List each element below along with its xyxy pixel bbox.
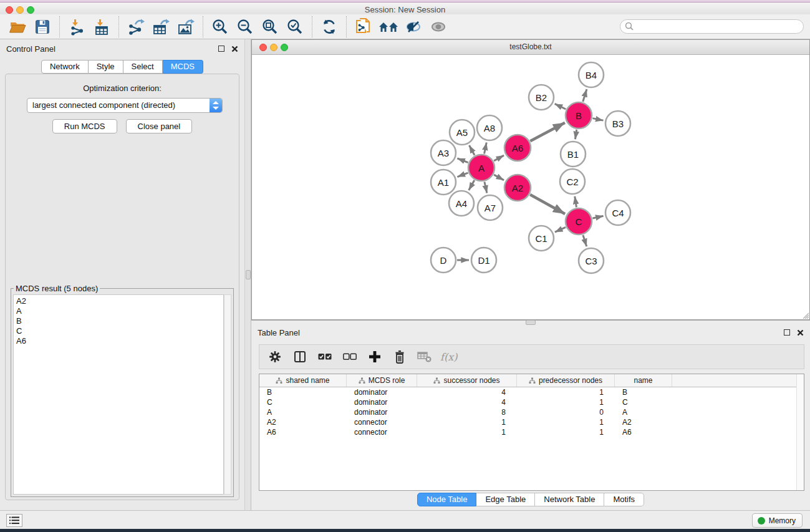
graph-edge-C-C4[interactable]	[592, 216, 603, 218]
graph-node-A3[interactable]: A3	[431, 140, 456, 165]
graph-edge-C-C3[interactable]	[583, 235, 587, 246]
split-view-icon[interactable]	[291, 347, 309, 367]
hide-graphics-details-icon[interactable]	[401, 16, 426, 38]
import-table-icon[interactable]	[89, 16, 114, 38]
float-panel-icon[interactable]	[784, 329, 790, 336]
graph-node-A7[interactable]: A7	[478, 195, 503, 220]
open-session-icon[interactable]	[5, 16, 30, 38]
graph-node-B[interactable]: B	[566, 102, 592, 128]
zoom-fit-icon[interactable]	[258, 16, 282, 38]
tab-mcds[interactable]: MCDS	[163, 60, 203, 74]
task-history-button[interactable]	[6, 514, 22, 527]
graph-edge-C-C2[interactable]	[575, 196, 577, 208]
graph-edge-A-A6[interactable]	[494, 155, 504, 161]
tab-network[interactable]: Network	[41, 60, 89, 74]
close-panel-button[interactable]: Close panel	[126, 119, 193, 133]
tab-node-table[interactable]: Node Table	[417, 493, 477, 506]
graph-node-B2[interactable]: B2	[529, 85, 554, 110]
graph-edge-A-A8[interactable]	[485, 143, 487, 154]
tab-style[interactable]: Style	[89, 60, 123, 74]
graph-edge-A-A5[interactable]	[469, 145, 475, 155]
column-header-shared-name[interactable]: shared name	[259, 374, 347, 387]
result-item[interactable]: A6	[16, 336, 223, 346]
table-row[interactable]: A2connector11A2	[259, 417, 804, 427]
result-item[interactable]: C	[16, 326, 223, 336]
graph-edge-A-A3[interactable]	[457, 158, 468, 163]
table-row[interactable]: A6connector11A6	[259, 427, 804, 437]
result-item[interactable]: B	[16, 316, 223, 326]
tab-network-table[interactable]: Network Table	[535, 493, 604, 506]
delete-table-icon[interactable]	[415, 347, 434, 367]
splitter-handle[interactable]	[526, 320, 536, 325]
column-header-MCDS-role[interactable]: MCDS role	[347, 374, 417, 387]
tab-motifs[interactable]: Motifs	[604, 493, 644, 506]
refresh-icon[interactable]	[317, 16, 342, 38]
graph-node-D1[interactable]: D1	[471, 248, 496, 273]
graph-node-B3[interactable]: B3	[605, 111, 630, 136]
table-row[interactable]: Cdominator41C	[259, 397, 804, 407]
graph-edge-A2-C[interactable]	[530, 195, 565, 214]
zoom-out-icon[interactable]	[233, 16, 258, 38]
graph-node-B4[interactable]: B4	[579, 62, 604, 87]
graph-edge-C-C1[interactable]	[555, 227, 566, 232]
add-column-icon[interactable]	[365, 347, 384, 367]
graph-node-B1[interactable]: B1	[561, 142, 586, 167]
graph-node-A5[interactable]: A5	[450, 120, 475, 145]
mcds-result-list[interactable]: A2ABCA6	[13, 294, 224, 495]
column-header-predecessor-nodes[interactable]: predecessor nodes	[517, 374, 615, 387]
graph-node-A6[interactable]: A6	[504, 135, 531, 161]
zoom-in-icon[interactable]	[208, 16, 233, 38]
export-network-icon[interactable]	[123, 16, 148, 38]
select-all-icon[interactable]	[316, 347, 334, 367]
tab-edge-table[interactable]: Edge Table	[476, 493, 535, 506]
table-row[interactable]: Adominator80A	[259, 407, 804, 417]
close-panel-icon[interactable]	[231, 46, 238, 52]
result-scrollbar[interactable]	[224, 294, 231, 495]
column-header-successor-nodes[interactable]: successor nodes	[417, 374, 517, 387]
export-table-icon[interactable]	[148, 16, 173, 38]
network-graph[interactable]: AA1A2A3A4A5A6A7A8BB1B2B3B4CC1C2C3C4DD1	[252, 55, 809, 319]
duplicate-network-icon[interactable]	[351, 16, 376, 38]
search-input[interactable]	[620, 19, 804, 34]
graph-edge-A-A4[interactable]	[469, 180, 475, 190]
memory-button[interactable]: Memory	[752, 513, 803, 528]
delete-column-icon[interactable]	[390, 347, 409, 367]
graph-node-D[interactable]: D	[431, 248, 456, 273]
table-scrollbar[interactable]	[796, 374, 804, 490]
network-overview-icon[interactable]	[376, 16, 401, 38]
graph-node-C3[interactable]: C3	[579, 248, 604, 273]
criterion-select[interactable]: largest connected component (directed)	[27, 98, 223, 113]
graph-edge-B-B2[interactable]	[555, 104, 566, 109]
graph-node-C[interactable]: C	[566, 208, 592, 235]
result-item[interactable]: A	[16, 306, 223, 316]
save-session-icon[interactable]	[30, 16, 55, 38]
table-row[interactable]: Bdominator41B	[259, 387, 804, 397]
graph-node-C1[interactable]: C1	[529, 226, 554, 251]
graph-edge-B-B4[interactable]	[583, 89, 587, 102]
run-mcds-button[interactable]: Run MCDS	[52, 119, 117, 133]
deselect-all-icon[interactable]	[340, 347, 359, 367]
close-panel-icon[interactable]	[797, 329, 804, 336]
resize-grip-icon[interactable]	[801, 311, 809, 319]
graph-edge-B-B3[interactable]	[593, 118, 604, 121]
graph-edge-A6-B[interactable]	[530, 123, 565, 142]
zoom-selected-icon[interactable]	[282, 16, 307, 38]
vertical-splitter[interactable]	[244, 39, 251, 510]
graph-node-A[interactable]: A	[468, 155, 494, 181]
graph-node-C2[interactable]: C2	[560, 169, 585, 194]
graph-node-A1[interactable]: A1	[431, 170, 456, 195]
graph-node-A2[interactable]: A2	[504, 175, 531, 201]
export-image-icon[interactable]	[173, 16, 198, 38]
graph-edge-A-A1[interactable]	[457, 173, 468, 177]
graph-node-A8[interactable]: A8	[477, 115, 502, 140]
graph-edge-A-A7[interactable]	[485, 181, 487, 193]
float-panel-icon[interactable]	[218, 46, 224, 52]
network-canvas[interactable]: AA1A2A3A4A5A6A7A8BB1B2B3B4CC1C2C3C4DD1	[252, 55, 809, 319]
graph-node-A4[interactable]: A4	[449, 191, 474, 216]
column-header-name[interactable]: name	[615, 374, 672, 387]
tab-select[interactable]: Select	[123, 60, 163, 74]
graph-edge-B-B1[interactable]	[575, 130, 576, 139]
show-graphics-details-icon[interactable]	[426, 16, 451, 38]
result-item[interactable]: A2	[16, 296, 223, 306]
splitter-handle[interactable]	[246, 270, 251, 279]
